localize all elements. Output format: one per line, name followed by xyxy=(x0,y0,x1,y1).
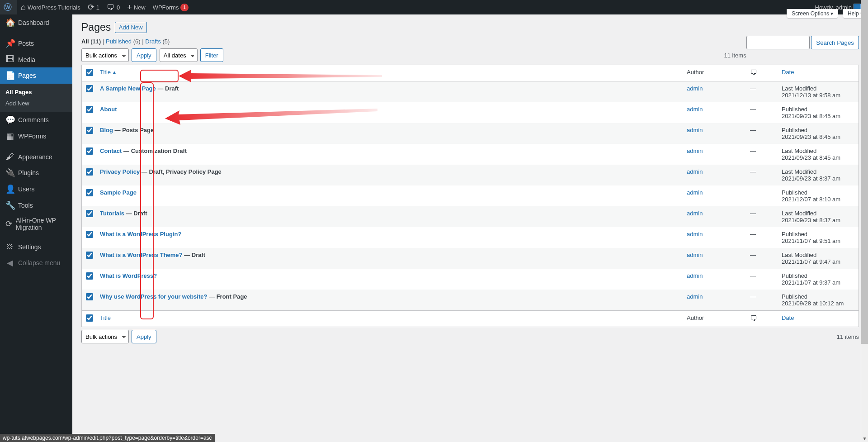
author-link[interactable]: admin xyxy=(687,168,703,175)
sidebar-item-wpforms[interactable]: ▦WPForms xyxy=(0,128,72,144)
sidebar-item-media[interactable]: 🎞Media xyxy=(0,52,72,67)
page-title-link[interactable]: Blog xyxy=(100,127,113,133)
apply-button-bottom[interactable]: Apply xyxy=(132,330,156,343)
bulk-action-select-bottom[interactable]: Bulk actions xyxy=(81,330,129,343)
filter-published[interactable]: Published (6) xyxy=(106,38,141,45)
row-checkbox[interactable] xyxy=(86,272,93,280)
page-title-link[interactable]: What is a WordPress Plugin? xyxy=(100,231,181,238)
comments-cell: — xyxy=(745,81,777,102)
sidebar-item-settings[interactable]: ⛭Settings xyxy=(0,239,72,255)
comments-cell: — xyxy=(745,206,777,227)
settings-icon: ⛭ xyxy=(5,242,14,252)
author-link[interactable]: admin xyxy=(687,85,703,92)
select-all-checkbox-bottom[interactable] xyxy=(86,314,93,322)
sidebar-item-appearance[interactable]: 🖌Appearance xyxy=(0,149,72,165)
dashboard-icon: 🏠 xyxy=(5,18,14,28)
pagination-bottom: 11 items xyxy=(837,333,859,340)
author-link[interactable]: admin xyxy=(687,147,703,154)
sidebar-item-plugins[interactable]: 🔌Plugins xyxy=(0,165,72,181)
pin-icon: 📌 xyxy=(5,38,14,48)
scrollbar-thumb[interactable] xyxy=(861,0,868,344)
column-author[interactable]: Author xyxy=(682,65,745,81)
table-row: What is a WordPress Plugin?admin—Publish… xyxy=(82,227,859,248)
page-title-link[interactable]: What is WordPress? xyxy=(100,272,157,279)
date-cell: Published2021/09/28 at 10:12 am xyxy=(777,290,859,310)
filter-all[interactable]: All (11) xyxy=(81,38,101,45)
date-cell: Published2021/09/23 at 8:45 am xyxy=(777,102,859,123)
post-state: — Draft xyxy=(157,85,179,92)
date-cell: Last Modified2021/09/23 at 8:37 am xyxy=(777,206,859,227)
add-new-button[interactable]: Add New xyxy=(115,22,147,33)
row-checkbox[interactable] xyxy=(86,168,93,176)
page-title-link[interactable]: About xyxy=(100,106,117,113)
row-checkbox[interactable] xyxy=(86,127,93,134)
page-title-link[interactable]: Why use WordPress for your website? xyxy=(100,293,207,300)
author-link[interactable]: admin xyxy=(687,252,703,258)
sidebar-item-label: Tools xyxy=(18,202,33,209)
plugins-icon: 🔌 xyxy=(5,168,14,178)
screen-options-button[interactable]: Screen Options ▾ xyxy=(787,9,838,19)
author-link[interactable]: admin xyxy=(687,293,703,300)
table-row: Blog — Posts Pageadmin—Published2021/09/… xyxy=(82,123,859,144)
row-checkbox[interactable] xyxy=(86,106,93,113)
row-checkbox[interactable] xyxy=(86,147,93,155)
author-link[interactable]: admin xyxy=(687,127,703,133)
comments-cell: — xyxy=(745,227,777,248)
row-checkbox[interactable] xyxy=(86,252,93,259)
sidebar-item-label: All-in-One WP Migration xyxy=(16,217,67,231)
sidebar-item-users[interactable]: 👤Users xyxy=(0,181,72,197)
column-date-sort[interactable]: Date xyxy=(782,69,794,76)
select-all-checkbox[interactable] xyxy=(86,69,93,76)
submenu-add-new[interactable]: Add New xyxy=(0,98,72,109)
sidebar-item-dashboard[interactable]: 🏠Dashboard xyxy=(0,14,72,31)
author-link[interactable]: admin xyxy=(687,231,703,238)
row-checkbox[interactable] xyxy=(86,189,93,196)
page-title-link[interactable]: Contact xyxy=(100,147,122,154)
row-checkbox[interactable] xyxy=(86,231,93,238)
sidebar-item-migration[interactable]: ⟳All-in-One WP Migration xyxy=(0,214,72,234)
sidebar-item-pages[interactable]: 📄Pages xyxy=(0,67,72,84)
scrollbar-track[interactable]: ▼ xyxy=(861,0,868,364)
page-title-link[interactable]: Sample Page xyxy=(100,189,137,196)
search-input[interactable] xyxy=(746,36,810,49)
sidebar-item-posts[interactable]: 📌Posts xyxy=(0,35,72,52)
column-author-bottom[interactable]: Author xyxy=(682,310,745,327)
view-filters: All (11) | Published (6) | Drafts (5) xyxy=(81,38,859,45)
row-checkbox[interactable] xyxy=(86,210,93,217)
search-button[interactable]: Search Pages xyxy=(811,36,859,49)
comment-bubble-icon: 🗨 xyxy=(750,314,757,322)
admin-sidebar: 🏠Dashboard 📌Posts 🎞Media 📄Pages All Page… xyxy=(0,14,72,364)
sidebar-item-comments[interactable]: 💬Comments xyxy=(0,112,72,128)
author-link[interactable]: admin xyxy=(687,189,703,196)
submenu-all-pages[interactable]: All Pages xyxy=(0,86,72,98)
filter-button[interactable]: Filter xyxy=(200,48,223,62)
page-title-link[interactable]: Privacy Policy xyxy=(100,168,140,175)
date-filter-select[interactable]: All dates xyxy=(160,48,198,62)
comments-cell: — xyxy=(745,165,777,185)
sidebar-item-label: Collapse menu xyxy=(18,259,60,266)
filter-drafts[interactable]: Drafts (5) xyxy=(145,38,170,45)
column-date-sort-bottom[interactable]: Date xyxy=(782,314,794,321)
row-checkbox[interactable] xyxy=(86,85,93,92)
page-title-link[interactable]: What is a WordPress Theme? xyxy=(100,252,183,258)
collapse-menu[interactable]: ◀Collapse menu xyxy=(0,255,72,271)
wp-logo[interactable]: ⓦ xyxy=(0,0,17,14)
bulk-action-select[interactable]: Bulk actions xyxy=(81,48,129,62)
sidebar-item-label: Appearance xyxy=(18,153,52,161)
pages-table: Title▲ Author 🗨 Date A Sample New Page —… xyxy=(81,65,859,327)
post-state: — Draft, Privacy Policy Page xyxy=(142,168,222,175)
column-comments[interactable]: 🗨 xyxy=(745,65,777,81)
post-state: — Draft xyxy=(184,252,205,258)
row-checkbox[interactable] xyxy=(86,293,93,300)
table-row: Tutorials — Draftadmin—Last Modified2021… xyxy=(82,206,859,227)
column-comments-bottom[interactable]: 🗨 xyxy=(745,310,777,327)
sidebar-item-tools[interactable]: 🔧Tools xyxy=(0,197,72,214)
author-link[interactable]: admin xyxy=(687,106,703,113)
page-title-link[interactable]: Tutorials xyxy=(100,210,124,217)
author-link[interactable]: admin xyxy=(687,210,703,217)
page-title-link[interactable]: A Sample New Page xyxy=(100,85,156,92)
apply-button-top[interactable]: Apply xyxy=(132,48,156,62)
author-link[interactable]: admin xyxy=(687,272,703,279)
column-title-sort[interactable]: Title▲ xyxy=(100,69,117,76)
column-title-sort-bottom[interactable]: Title xyxy=(100,314,111,321)
